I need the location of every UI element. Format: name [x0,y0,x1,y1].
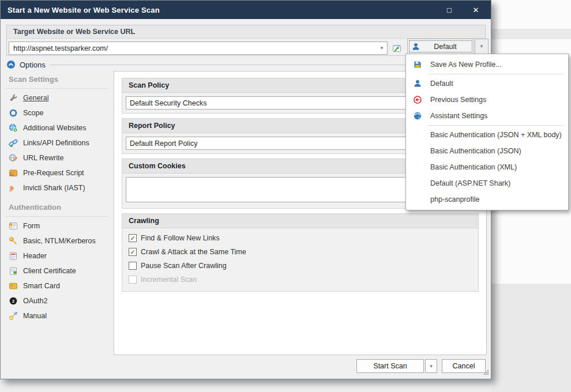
url-dropdown-chevron-icon[interactable]: ▼ [380,46,384,51]
smart-card-icon [9,281,18,291]
user-icon [413,79,422,88]
checkbox-box[interactable]: ✓ [129,234,137,242]
menu-item-php-scanprofile[interactable]: php-scanprofile [406,191,568,208]
menu-item-basic-auth-xml[interactable]: Basic Authentication (XML) [406,159,568,175]
menu-item-assistant-settings[interactable]: Assistant Settings [406,108,568,124]
sidebar-item-label: Basic, NTLM/Kerberos [23,237,96,245]
sidebar-item-label: General [23,94,48,102]
sidebar-item-manual[interactable]: Manual [1,308,114,323]
checkbox-label: Incremental Scan [141,276,197,284]
checkbox-pause-scan-after-crawling[interactable]: Pause Scan After Crawling [126,259,475,273]
wrench-icon [9,93,18,103]
maximize-button[interactable]: □ [445,6,454,14]
menu-item-basic-auth-json-xml[interactable]: Basic Authentication (JSON + XML body) [406,127,568,143]
checkbox-find-follow-new-links[interactable]: ✓ Find & Follow New Links [126,231,475,245]
sidebar-item-smart-card[interactable]: Smart Card [1,278,114,293]
scope-icon [9,108,18,118]
save-icon [413,60,422,69]
sidebar-group-title-scan-settings: Scan Settings [9,75,114,86]
start-scan-button[interactable]: Start Scan [356,359,424,373]
sidebar-item-label: Additional Websites [23,124,87,132]
sidebar-item-label: Manual [23,312,47,320]
globe-plus-icon [9,123,18,133]
assistant-settings-icon [413,111,422,120]
menu-item-label: Default (ASP.NET Shark) [430,179,510,187]
menu-item-label: Default [430,80,453,88]
checkbox-crawl-attack-same-time[interactable]: ✓ Crawl & Attack at the Same Time [126,245,475,259]
target-url-combobox[interactable]: ▼ [9,42,388,55]
header-doc-icon [9,251,18,261]
options-label: Options [20,61,46,69]
start-scan-dropdown-arrow[interactable]: ▼ [425,359,437,373]
sidebar-item-label: Links/API Definitions [23,139,89,147]
sidebar-item-scope[interactable]: Scope [1,105,114,120]
sidebar-item-pre-request-script[interactable]: JS Pre-Request Script [1,165,114,180]
close-button[interactable]: ✕ [471,6,480,14]
menu-item-label: Previous Settings [430,96,486,104]
sidebar-item-label: Client Certificate [23,267,76,275]
sidebar-item-url-rewrite[interactable]: URL Rewrite [1,150,114,165]
chain-link-icon [9,138,18,148]
sidebar-group-title-authentication: Authentication [9,203,114,214]
svg-text:JS: JS [10,172,13,175]
profile-dropdown-menu: Save As New Profile... Default Previous … [405,54,569,210]
menu-item-label: Assistant Settings [430,112,487,120]
menu-item-label: Basic Authentication (JSON) [430,147,521,155]
sidebar-item-basic-ntlm-kerberos[interactable]: Basic, NTLM/Kerberos [1,233,114,248]
sidebar-divider [6,216,108,217]
checkbox-label: Find & Follow New Links [141,234,220,242]
cancel-button[interactable]: Cancel [442,359,486,373]
profile-dropdown-arrow[interactable]: ▼ [475,39,489,54]
target-url-input[interactable] [13,44,376,52]
sidebar-divider [6,88,108,89]
sidebar-item-form[interactable]: Form [1,218,114,233]
sidebar-item-client-certificate[interactable]: Client Certificate [1,263,114,278]
checkbox-incremental-scan: Incremental Scan [126,273,475,287]
crawling-header: Crawling [122,214,478,228]
menu-item-default[interactable]: Default [406,76,568,92]
resize-grip[interactable] [483,367,489,378]
open-in-browser-button[interactable] [389,42,404,55]
crawling-section: Crawling ✓ Find & Follow New Links ✓ Cra… [122,213,479,292]
sidebar-item-label: Pre-Request Script [23,169,84,177]
checkbox-box [129,276,137,284]
sidebar-item-label: URL Rewrite [23,154,63,162]
sidebar-item-general[interactable]: General [1,91,114,105]
menu-separator [428,74,564,74]
menu-item-basic-auth-json[interactable]: Basic Authentication (JSON) [406,143,568,159]
sidebar-item-additional-websites[interactable]: Additional Websites [1,120,114,135]
menu-item-previous-settings[interactable]: Previous Settings [406,92,568,108]
menu-item-label: Save As New Profile... [430,61,502,69]
sidebar-item-header[interactable]: Header [1,248,114,263]
sidebar-item-oauth2[interactable]: 2 OAuth2 [1,293,114,308]
sidebar-item-links-api-definitions[interactable]: Links/API Definitions [1,135,114,150]
form-key-icon [9,221,18,231]
background-band [491,29,571,39]
window-controls: □ ✕ [445,6,484,14]
menu-separator [428,125,564,126]
globe-pencil-icon [9,153,18,163]
menu-item-label: php-scanprofile [430,195,479,203]
profile-button[interactable]: Default [407,39,474,54]
menu-item-default-aspnet-shark[interactable]: Default (ASP.NET Shark) [406,175,568,191]
sidebar-item-label: Form [23,222,40,230]
footer-buttons: Start Scan ▼ Cancel [356,359,486,373]
key-icon [9,236,18,246]
certificate-icon [9,266,18,276]
script-icon: JS [9,168,18,178]
sidebar-item-label: OAuth2 [23,297,47,305]
screen: Start a New Website or Web Service Scan … [0,0,571,392]
sidebar-item-invicti-shark[interactable]: Invicti Shark (IAST) [1,180,114,195]
checkbox-box[interactable]: ✓ [129,248,137,256]
checkbox-box[interactable] [129,262,137,270]
background-lower-area [491,284,571,392]
previous-settings-icon [413,95,422,104]
shark-waves-icon [9,183,18,193]
menu-item-save-as-new-profile[interactable]: Save As New Profile... [406,56,568,73]
profile-split-button: Default ▼ [407,39,489,54]
open-external-icon [392,44,401,53]
menu-item-label: Basic Authentication (JSON + XML body) [430,131,562,139]
sidebar-item-label: Invicti Shark (IAST) [23,184,85,192]
user-icon [411,42,420,51]
chevron-up-circle-icon [6,60,16,69]
